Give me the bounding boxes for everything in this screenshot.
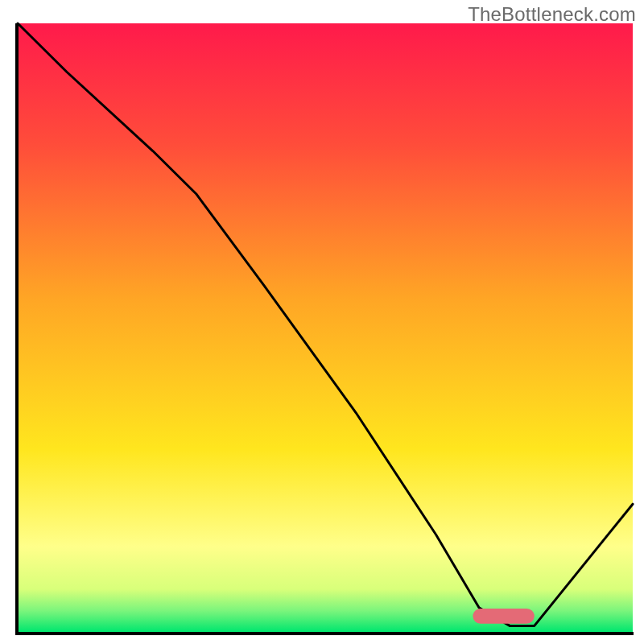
gradient-fill bbox=[18, 23, 633, 632]
chart-container: TheBottleneck.com bbox=[0, 0, 644, 644]
chart-svg bbox=[0, 0, 644, 644]
optimal-range-marker bbox=[473, 609, 534, 624]
x-axis bbox=[15, 632, 634, 635]
y-axis bbox=[15, 23, 19, 635]
